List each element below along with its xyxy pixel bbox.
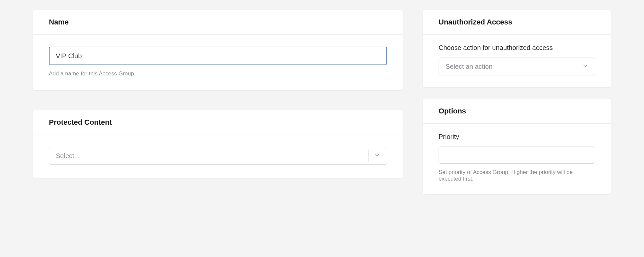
priority-input[interactable] — [439, 147, 595, 164]
priority-helper-text: Set priority of Access Group. Higher the… — [439, 169, 595, 182]
card-header: Options — [423, 99, 611, 124]
protected-content-card: Protected Content Select... — [33, 110, 403, 178]
card-title-name: Name — [49, 18, 387, 26]
unauthorized-action-label: Choose action for unauthorized access — [439, 44, 595, 52]
card-header: Unauthorized Access — [423, 10, 611, 35]
card-header: Name — [33, 10, 403, 35]
select-placeholder: Select... — [56, 152, 80, 160]
card-title-options: Options — [439, 107, 595, 115]
card-title-protected: Protected Content — [49, 118, 387, 127]
unauthorized-action-select[interactable]: Select an action — [439, 58, 595, 75]
name-helper-text: Add a name for this Access Group. — [49, 70, 387, 77]
options-card: Options Priority Set priority of Access … — [423, 99, 611, 194]
protected-content-select[interactable]: Select... — [49, 147, 387, 165]
select-divider — [368, 150, 369, 162]
name-card: Name Add a name for this Access Group. — [33, 10, 403, 90]
card-header: Protected Content — [33, 110, 403, 135]
priority-label: Priority — [439, 133, 595, 141]
card-title-unauthorized: Unauthorized Access — [439, 18, 595, 26]
unauthorized-access-card: Unauthorized Access Choose action for un… — [423, 10, 611, 87]
name-input[interactable] — [49, 47, 387, 65]
select-placeholder: Select an action — [446, 63, 492, 70]
